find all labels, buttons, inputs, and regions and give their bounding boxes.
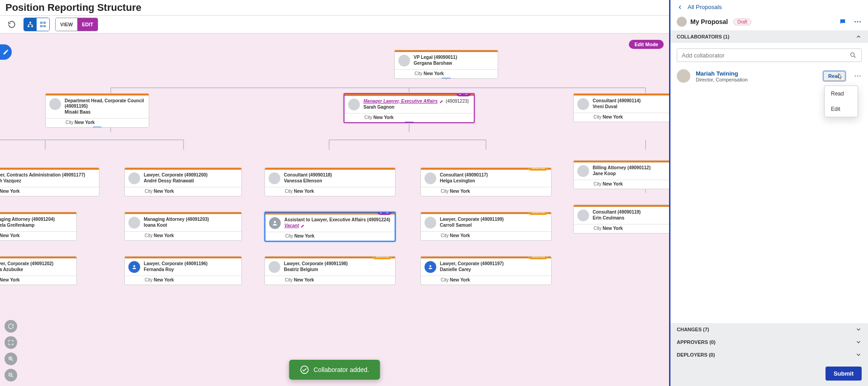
avatar xyxy=(49,98,61,110)
card-title: Consultant (49090117) xyxy=(440,172,547,178)
card-lawyer-beatriz[interactable]: Moved Lawyer, Corporate (49091198) Beatr… xyxy=(264,256,396,285)
card-city: City New York xyxy=(421,187,551,196)
svg-point-7 xyxy=(274,221,276,223)
svg-point-14 xyxy=(857,21,859,23)
card-billing-attorney[interactable]: Billing Attorney (49090112) Jane Koop Ci… xyxy=(573,160,669,189)
section-collaborators[interactable]: COLLABORATORS (1) xyxy=(670,30,868,43)
search-icon xyxy=(849,52,857,59)
svg-rect-4 xyxy=(44,22,46,24)
section-approvers[interactable]: APPROVERS (0) xyxy=(670,336,868,348)
add-collaborator-input[interactable] xyxy=(682,52,846,59)
child-count[interactable]: 8 xyxy=(441,78,451,79)
card-city: City New York xyxy=(574,224,669,233)
row-more-icon[interactable] xyxy=(854,72,862,80)
card-lawyer-aisha[interactable]: Lawyer, Corporate (49091202) Aisha Azubu… xyxy=(0,256,77,285)
permission-button[interactable]: Read xyxy=(823,71,845,81)
pencil-icon xyxy=(301,224,305,228)
card-lawyer-fernanda[interactable]: Lawyer, Corporate (49091196) Fernanda Ro… xyxy=(124,256,242,285)
more-icon[interactable] xyxy=(854,18,862,26)
add-collaborator-search[interactable] xyxy=(677,48,862,62)
hierarchy-mode-group xyxy=(24,18,50,31)
card-consultant-erin[interactable]: Consultant (49090119) Erin Ceulmans City… xyxy=(573,205,669,234)
right-panel: All Proposals My Proposal Draft COLLABOR… xyxy=(669,0,868,386)
card-title: Assistant to Lawyer, Executive Affairs (… xyxy=(284,217,391,223)
card-title: Consultant (49090119) xyxy=(593,210,669,215)
hierarchy-tree-button[interactable] xyxy=(24,18,37,31)
child-count[interactable]: 6 xyxy=(92,127,102,128)
svg-point-19 xyxy=(859,76,861,77)
svg-rect-2 xyxy=(31,26,33,27)
card-name: Vacant xyxy=(284,223,299,229)
perm-option-read[interactable]: Read xyxy=(825,86,858,101)
card-city: City New York xyxy=(125,187,241,196)
svg-rect-0 xyxy=(29,22,31,23)
child-count[interactable]: 6 xyxy=(404,122,414,123)
card-title: Billing Attorney (49090112) xyxy=(593,165,669,171)
perm-option-edit[interactable]: Edit xyxy=(825,101,858,117)
card-consultant-vanessa[interactable]: Consultant (49090118) Vanessa Ellenson C… xyxy=(264,167,396,196)
toast-collaborator-added: Collaborator added. xyxy=(289,360,380,380)
card-lawyer-carroll[interactable]: Moved Lawyer, Corporate (49091199) Carro… xyxy=(420,212,552,241)
card-name: Beatriz Belgium xyxy=(284,267,392,273)
card-title: Lawyer, Corporate (49091202) xyxy=(0,261,73,267)
card-assistant-vacant[interactable]: 1 Assistant to Lawyer, Executive Affairs… xyxy=(264,212,396,242)
permission-dropdown: Read Edit xyxy=(824,86,858,117)
card-name: André Dessy Ratnawati xyxy=(144,178,238,184)
submit-button[interactable]: Submit xyxy=(826,367,862,381)
avatar xyxy=(348,99,360,110)
org-chart-canvas[interactable]: Edit Mode xyxy=(0,33,669,386)
edit-mode-button[interactable]: EDIT xyxy=(77,18,98,31)
section-changes[interactable]: CHANGES (7) xyxy=(670,323,868,336)
card-vp-legal[interactable]: VP Legal (49090011) Gergana Barshaw City… xyxy=(394,50,498,79)
card-title: Lawyer, Corporate (49091197) xyxy=(440,261,547,267)
svg-point-15 xyxy=(859,21,861,23)
fullscreen-button[interactable] xyxy=(5,336,17,349)
card-name: Gergana Barshaw xyxy=(414,61,494,67)
svg-point-18 xyxy=(857,76,859,77)
card-title: Consultant (49090118) xyxy=(284,172,392,178)
card-name: Jane Koop xyxy=(593,171,669,177)
svg-point-13 xyxy=(854,21,856,23)
zoom-out-button[interactable] xyxy=(5,369,17,381)
card-leader-contracts[interactable]: Leader, Contracts Administration (490911… xyxy=(0,167,99,196)
card-name: Ioana Koot xyxy=(144,223,238,229)
back-all-proposals-link[interactable]: All Proposals xyxy=(688,4,722,10)
zoom-in-button[interactable] xyxy=(5,353,17,365)
card-managing-attorney-ioana[interactable]: Managing Attorney (49091203) Ioana Koot … xyxy=(124,212,242,241)
card-consultant-helga[interactable]: Moved Consultant (49090117) Helga Lexing… xyxy=(420,167,552,196)
card-dept-head[interactable]: Department Head, Corporate Council (4909… xyxy=(45,93,149,128)
card-consultant-vreni[interactable]: Consultant (49090114) Vreni Duval City N… xyxy=(573,93,669,122)
hierarchy-flat-button[interactable] xyxy=(37,18,49,31)
card-city: City New York xyxy=(265,276,395,285)
edit-badge: 1 xyxy=(377,212,392,215)
svg-point-16 xyxy=(851,53,854,57)
avatar xyxy=(577,98,589,110)
card-title: Lawyer, Corporate (49091200) xyxy=(144,172,238,178)
proposal-avatar xyxy=(677,17,687,27)
comment-icon[interactable] xyxy=(839,18,846,25)
card-city: City New York xyxy=(421,232,551,240)
avatar xyxy=(425,261,436,273)
avatar xyxy=(269,217,281,229)
card-manager-lawyer[interactable]: 1 Manager Lawyer, Executive Affairs (490… xyxy=(344,93,475,123)
svg-rect-6 xyxy=(44,25,46,27)
collaborator-name[interactable]: Mariah Twining xyxy=(696,70,748,77)
card-title: VP Legal (49090011) xyxy=(414,55,494,60)
section-deployers[interactable]: DEPLOYERS (0) xyxy=(670,348,868,361)
card-managing-attorney-daniela[interactable]: Managing Attorney (49091204) Daniela Gre… xyxy=(0,212,77,241)
page-title: Position Reporting Structure xyxy=(5,2,142,14)
avatar xyxy=(128,261,140,273)
refresh-button[interactable] xyxy=(5,18,18,31)
back-icon[interactable] xyxy=(677,4,683,10)
card-city: City New York xyxy=(265,187,395,196)
view-mode-button[interactable]: VIEW xyxy=(56,18,77,31)
reset-button[interactable] xyxy=(5,320,17,333)
card-lawyer-andre[interactable]: Lawyer, Corporate (49091200) André Dessy… xyxy=(124,167,242,196)
moved-badge: Moved xyxy=(528,212,548,215)
edit-fab[interactable] xyxy=(0,44,12,60)
card-lawyer-danielle[interactable]: Moved Lawyer, Corporate (49091197) Danie… xyxy=(420,256,552,285)
collaborator-role: Director, Compensation xyxy=(696,77,748,82)
avatar xyxy=(425,217,436,229)
edit-mode-badge: Edit Mode xyxy=(629,40,664,49)
card-city: City New York xyxy=(0,232,76,240)
